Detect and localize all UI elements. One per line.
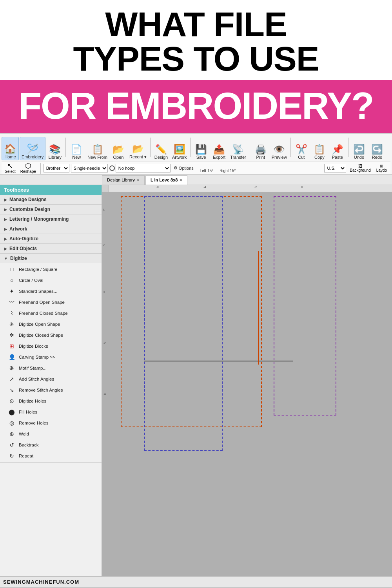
machine-select[interactable]: Brother Janome Singer xyxy=(44,164,69,172)
reshape-label: Reshape xyxy=(20,169,36,174)
ribbon-btn-undo[interactable]: ↩️ Undo xyxy=(350,137,368,160)
layout-btn[interactable]: ⊞ Laydo xyxy=(374,163,389,173)
digitize-open-label: Digitize Open Shape xyxy=(19,322,60,327)
home-label: Home xyxy=(4,154,16,159)
open-icon: 📂 xyxy=(113,145,124,154)
tool-circle[interactable]: ○ Circle / Oval xyxy=(0,275,102,286)
left15-btn[interactable]: Left 15° xyxy=(197,163,216,174)
new-label: New xyxy=(72,155,81,160)
ribbon-btn-transfer[interactable]: 📡 Transfer xyxy=(229,137,248,160)
digitize-holes-icon: ⊙ xyxy=(8,397,16,405)
tool-digitize-blocks[interactable]: ⊞ Digitize Blocks xyxy=(0,341,102,352)
toolbox-group-auto-header[interactable]: ▶ Auto-Digitize xyxy=(0,234,102,243)
row2-divider-1 xyxy=(40,163,41,174)
ribbon-btn-embroidery[interactable]: 🪡 Embroidery xyxy=(20,137,45,160)
rectangle-icon: □ xyxy=(8,265,16,273)
tool-remove-holes[interactable]: ◎ Remove Holes xyxy=(0,417,102,428)
ribbon-btn-save[interactable]: 💾 Save xyxy=(192,137,210,160)
banner-text: FOR EMBROIDERY? xyxy=(4,87,388,125)
ribbon-btn-artwork[interactable]: 🖼️ Artwork xyxy=(171,137,188,160)
toolbox-group-auto: ▶ Auto-Digitize xyxy=(0,234,102,244)
design-l-right-line xyxy=(258,251,259,365)
ribbon-btn-export[interactable]: 📤 Export xyxy=(211,137,228,160)
digitize-open-icon: ✳ xyxy=(8,320,16,328)
tab-design-library-close[interactable]: ✕ xyxy=(136,178,140,182)
lettering-arrow: ▶ xyxy=(4,217,7,221)
options-btn[interactable]: ⚙ Options xyxy=(172,163,195,174)
toolbox-group-edit-header[interactable]: ▶ Edit Objects xyxy=(0,244,102,253)
ribbon-btn-open[interactable]: 📂 Open xyxy=(110,137,127,160)
undo-label: Undo xyxy=(354,155,364,160)
toolbox-group-manage-header[interactable]: ▶ Manage Designs xyxy=(0,195,102,204)
preview-label: Preview xyxy=(272,155,287,160)
hoop-icon xyxy=(109,165,115,171)
tool-rectangle[interactable]: □ Rectangle / Square xyxy=(0,264,102,275)
tool-motif-stamp[interactable]: ❋ Motif Stamp... xyxy=(0,363,102,374)
reshape-icon: ⬡ xyxy=(25,162,31,169)
main-content: Toolboxes ▶ Manage Designs ▶ Customize D… xyxy=(0,185,392,576)
repeat-label: Repeat xyxy=(19,454,33,458)
ribbon-btn-redo[interactable]: ↪️ Redo xyxy=(368,137,386,160)
background-label: Background xyxy=(350,168,370,172)
canvas-area[interactable]: -6 -4 -2 0 4 2 0 -2 -4 xyxy=(102,185,392,576)
ruler-tick-vneg4: -4 xyxy=(103,392,106,396)
ribbon-btn-cut[interactable]: ✂️ Cut xyxy=(293,137,310,160)
ribbon-btn-home[interactable]: 🏠 Home xyxy=(2,137,19,160)
ribbon-btn-paste[interactable]: 📌 Paste xyxy=(329,137,346,160)
remove-holes-icon: ◎ xyxy=(8,419,16,427)
ribbon-btn-copy[interactable]: 📋 Copy xyxy=(311,137,328,160)
ribbon-btn-new-from[interactable]: 📋 New From xyxy=(86,137,109,160)
design-icon: ✏️ xyxy=(155,145,167,154)
tool-freehand-closed[interactable]: ⌇ Freehand Closed Shape xyxy=(0,308,102,319)
unit-select[interactable]: U.S. Metric xyxy=(324,164,346,172)
tool-backtrack[interactable]: ↺ Backtrack xyxy=(0,439,102,450)
library-icon: 📚 xyxy=(49,145,61,154)
select-label: Select xyxy=(5,169,16,174)
preview-icon: 👁️ xyxy=(273,145,285,154)
reshape-tool[interactable]: ⬡ Reshape xyxy=(19,162,38,174)
toolbox-group-customize: ▶ Customize Design xyxy=(0,205,102,214)
tool-standard-shapes[interactable]: ✦ Standard Shapes... xyxy=(0,286,102,297)
toolbox-group-customize-header[interactable]: ▶ Customize Design xyxy=(0,205,102,214)
carving-stamp-icon: 👤 xyxy=(8,353,16,361)
tool-carving-stamp[interactable]: 👤 Carving Stamp >> xyxy=(0,352,102,363)
tool-digitize-open[interactable]: ✳ Digitize Open Shape xyxy=(0,319,102,330)
ribbon-btn-print[interactable]: 🖨️ Print xyxy=(252,137,269,160)
hoop-select[interactable]: No hoop xyxy=(116,164,171,172)
tool-weld[interactable]: ⊕ Weld xyxy=(0,428,102,439)
artwork-arrow: ▶ xyxy=(4,227,7,231)
tool-repeat[interactable]: ↻ Repeat xyxy=(0,450,102,461)
add-stitch-angles-icon: ↗ xyxy=(8,375,16,383)
tool-fill-holes[interactable]: ⬤ Fill Holes xyxy=(0,407,102,417)
right15-btn[interactable]: Right 15° xyxy=(218,163,238,174)
tool-freehand-open[interactable]: 〰 Freehand Open Shape xyxy=(0,297,102,308)
ribbon-btn-preview[interactable]: 👁️ Preview xyxy=(270,137,289,160)
tab-l-in-love-close[interactable]: ✕ xyxy=(179,178,182,182)
ribbon-divider-6 xyxy=(348,138,348,157)
tool-remove-stitch-angles[interactable]: ↘ Remove Stitch Angles xyxy=(0,385,102,396)
select-icon: ↖ xyxy=(7,162,13,169)
tab-design-library[interactable]: Design Library ✕ xyxy=(102,175,145,185)
digitize-header[interactable]: ▼ Digitize xyxy=(0,254,102,263)
digitize-label: Digitize xyxy=(10,256,27,261)
fill-holes-icon: ⬤ xyxy=(8,408,16,416)
select-tool[interactable]: ↖ Select xyxy=(3,162,17,174)
ribbon-btn-new[interactable]: 📄 New xyxy=(68,137,85,160)
tool-digitize-holes[interactable]: ⊙ Digitize Holes xyxy=(0,396,102,407)
toolbox-group-artwork-header[interactable]: ▶ Artwork xyxy=(0,224,102,234)
ribbon-btn-design[interactable]: ✏️ Design xyxy=(152,137,170,160)
backtrack-label: Backtrack xyxy=(19,443,39,447)
background-btn[interactable]: 🖼 Background xyxy=(348,163,372,173)
tab-l-in-love[interactable]: L in Love 8x8 ✕ xyxy=(145,175,188,185)
tool-add-stitch-angles[interactable]: ↗ Add Stitch Angles xyxy=(0,374,102,385)
ruler-tick-v2: 2 xyxy=(103,243,105,247)
cut-icon: ✂️ xyxy=(296,145,307,154)
options-icon: ⚙ xyxy=(174,165,178,171)
needle-select[interactable]: Single-needle Multi-needle xyxy=(71,164,108,172)
remove-stitch-angles-label: Remove Stitch Angles xyxy=(19,388,63,392)
artwork-label: Artwork xyxy=(172,155,187,160)
ribbon-btn-recent[interactable]: 📂 Recent ▾ xyxy=(128,137,148,160)
toolbox-group-lettering-header[interactable]: ▶ Lettering / Monogramming xyxy=(0,214,102,224)
ribbon-btn-library[interactable]: 📚 Library xyxy=(46,137,64,160)
tool-digitize-closed[interactable]: ✲ Digitize Closed Shape xyxy=(0,330,102,341)
